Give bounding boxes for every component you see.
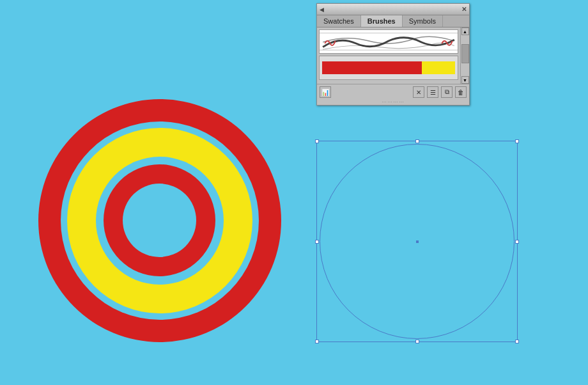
handle-mid-left[interactable] (315, 240, 319, 244)
panel-titlebar: ◀ ✕ (317, 4, 469, 15)
panel-tabs: Swatches Brushes Symbols (317, 15, 469, 28)
brush-item-sketch[interactable] (319, 29, 458, 54)
bounding-box-container[interactable] (316, 141, 518, 342)
brush-solid-bar (322, 61, 455, 74)
panel-window-controls: ◀ (320, 6, 324, 13)
new-brush-button[interactable]: 📊 (320, 86, 331, 98)
handle-bottom-right[interactable] (515, 340, 519, 343)
scrollbar-down-arrow[interactable]: ▼ (461, 76, 469, 84)
panel-scrollbar: ▲ ▼ (460, 28, 469, 84)
bar-red (322, 61, 422, 74)
handle-top-left[interactable] (315, 139, 319, 143)
panel-close-button[interactable]: ✕ (461, 6, 467, 13)
handle-top-right[interactable] (515, 139, 519, 143)
panel-grip: ⋯⋯⋯⋯ (317, 100, 469, 105)
tab-brushes[interactable]: Brushes (361, 15, 403, 27)
tab-swatches[interactable]: Swatches (317, 15, 361, 27)
brushes-panel: ◀ ✕ Swatches Brushes Symbols (316, 3, 470, 106)
tab-symbols[interactable]: Symbols (403, 15, 443, 27)
brush-sketch-svg (320, 30, 458, 53)
brush-solid-preview (320, 56, 458, 79)
bar-yellow (422, 61, 455, 74)
options-brush-button[interactable]: ☰ (427, 86, 438, 98)
delete-brush-button[interactable]: ✕ (413, 86, 424, 98)
panel-content (317, 28, 460, 84)
handle-bottom-center[interactable] (415, 340, 419, 343)
scrollbar-up-arrow[interactable]: ▲ (461, 28, 469, 35)
panel-content-inner (317, 28, 460, 84)
duplicate-brush-button[interactable]: ⧉ (441, 86, 453, 98)
handle-mid-right[interactable] (515, 240, 519, 244)
brush-sketch-preview (320, 30, 458, 53)
brush-item-solid[interactable] (319, 56, 458, 80)
concentric-rings (38, 99, 281, 342)
scrollbar-thumb[interactable] (461, 44, 469, 63)
panel-collapse-button[interactable]: ◀ (320, 6, 324, 13)
handle-bottom-left[interactable] (315, 340, 319, 343)
brush-solid-bar-inner (322, 61, 455, 74)
panel-content-wrapper: ▲ ▼ (317, 28, 469, 84)
ring-center (123, 184, 196, 257)
trash-brush-button[interactable]: 🗑 (455, 86, 467, 98)
handle-top-center[interactable] (415, 139, 419, 143)
circle-outline (320, 144, 514, 339)
panel-toolbar: 📊 ✕ ☰ ⧉ 🗑 (317, 84, 469, 100)
